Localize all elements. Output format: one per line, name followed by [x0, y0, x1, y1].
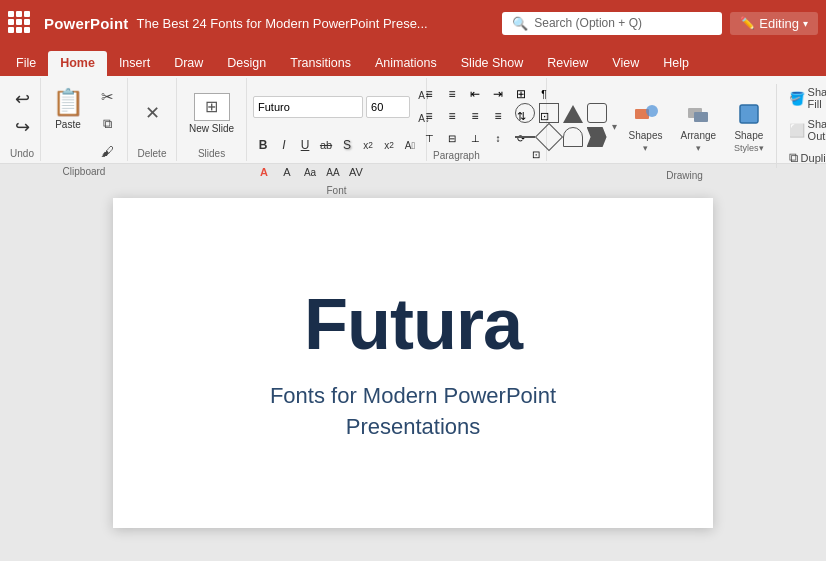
tab-transitions[interactable]: Transitions: [278, 51, 363, 76]
editing-label: Editing: [759, 16, 799, 31]
duplicate-icon: ⧉: [789, 150, 798, 166]
change-case-button[interactable]: AA: [322, 161, 344, 183]
shape-item[interactable]: [563, 105, 583, 123]
shapes-scroll-down[interactable]: ▾: [612, 121, 617, 132]
copy-button[interactable]: ⧉: [93, 111, 121, 137]
numbering-button[interactable]: ≡: [441, 84, 463, 104]
font-group: A↑ A↓ B I U ab S x2 x2 A⃝ A A Aa AA AV: [247, 78, 427, 161]
pencil-icon: ✏️: [740, 16, 755, 30]
arrange-icon: [684, 100, 712, 128]
font-size-input[interactable]: [366, 96, 410, 118]
shapes-button[interactable]: Shapes ▾: [623, 97, 669, 156]
decrease-indent-button[interactable]: ⇤: [464, 84, 486, 104]
bold-button[interactable]: B: [253, 134, 273, 156]
drawing-group: ▾ Shapes ▾ Arr: [547, 78, 822, 161]
font-group-label: Font: [327, 183, 347, 196]
ribbon: ↩ ↪ Undo 📋 Paste ✂ ⧉ 🖌 Clipboard ✕ Delet…: [0, 76, 826, 164]
align-justify-button[interactable]: ≡: [487, 106, 509, 126]
paste-label: Paste: [55, 119, 81, 130]
drawing-group-label: Drawing: [666, 168, 703, 181]
shape-fill-icon: 🪣: [789, 91, 805, 106]
shape-chevron[interactable]: [587, 127, 607, 147]
bullets-button[interactable]: ≡: [418, 84, 440, 104]
shape-styles-button[interactable]: Shape Styles▾: [728, 97, 770, 156]
arrange-dropdown[interactable]: ▾: [696, 143, 701, 153]
slide-canvas[interactable]: Futura Fonts for Modern PowerPointPresen…: [113, 198, 713, 528]
app-grid-icon[interactable]: [8, 11, 32, 35]
new-slide-label: New Slide: [189, 123, 234, 134]
line-spacing-button[interactable]: ↕: [487, 128, 509, 148]
shape-item[interactable]: [587, 103, 607, 123]
tab-help[interactable]: Help: [651, 51, 701, 76]
underline-button[interactable]: U: [295, 134, 315, 156]
superscript-button[interactable]: x2: [379, 134, 399, 156]
undo-group-label: Undo: [10, 146, 34, 159]
font-color-button[interactable]: A: [253, 161, 275, 183]
shape-styles-icon: [735, 100, 763, 128]
new-slide-button[interactable]: ⊞ New Slide: [183, 91, 240, 136]
delete-group-label: Delete: [138, 146, 167, 159]
tab-draw[interactable]: Draw: [162, 51, 215, 76]
shadow-button[interactable]: S: [337, 134, 357, 156]
slides-group: ⊞ New Slide Slides: [177, 78, 247, 161]
search-placeholder: Search (Option + Q): [534, 16, 642, 30]
slide-title: Futura: [304, 283, 522, 365]
arrange-label: Arrange: [681, 130, 717, 141]
char-spacing-button[interactable]: AV: [345, 161, 367, 183]
shapes-icon: [632, 100, 660, 128]
align-center-button[interactable]: ≡: [441, 106, 463, 126]
shape-item[interactable]: [515, 103, 535, 123]
shape-outline-button[interactable]: ⬜ Shape Outline ▾: [785, 116, 826, 144]
tab-home[interactable]: Home: [48, 51, 107, 76]
text-align-bottom-button[interactable]: ⊥: [464, 128, 486, 148]
tab-view[interactable]: View: [600, 51, 651, 76]
tab-review[interactable]: Review: [535, 51, 600, 76]
arrange-button[interactable]: Arrange ▾: [675, 97, 723, 156]
shape-item[interactable]: [539, 103, 559, 123]
slide-area: Futura Fonts for Modern PowerPointPresen…: [0, 164, 826, 561]
redo-button[interactable]: ↪: [10, 114, 34, 140]
tab-design[interactable]: Design: [215, 51, 278, 76]
highlight-button[interactable]: A: [276, 161, 298, 183]
align-right-button[interactable]: ≡: [464, 106, 486, 126]
tab-file[interactable]: File: [4, 51, 48, 76]
search-icon: 🔍: [512, 16, 528, 31]
shapes-dropdown[interactable]: ▾: [643, 143, 648, 153]
svg-rect-4: [740, 105, 758, 123]
tab-animations[interactable]: Animations: [363, 51, 449, 76]
shape-fill-label: Shape Fill: [808, 86, 826, 110]
tab-slideshow[interactable]: Slide Show: [449, 51, 536, 76]
subscript-button[interactable]: x2: [358, 134, 378, 156]
align-left-button[interactable]: ≡: [418, 106, 440, 126]
increase-indent-button[interactable]: ⇥: [487, 84, 509, 104]
shape-item[interactable]: [515, 136, 535, 138]
cut-button[interactable]: ✂: [93, 84, 121, 110]
duplicate-button[interactable]: ⧉ Duplicate: [785, 148, 826, 168]
shape-fill-button[interactable]: 🪣 Shape Fill ▾: [785, 84, 826, 112]
tab-insert[interactable]: Insert: [107, 51, 162, 76]
app-name: PowerPoint: [44, 15, 129, 32]
editing-button[interactable]: ✏️ Editing ▾: [730, 12, 818, 35]
svg-rect-3: [694, 112, 708, 122]
italic-button[interactable]: I: [274, 134, 294, 156]
undo-button[interactable]: ↩: [10, 86, 34, 112]
text-align-mid-button[interactable]: ⊟: [441, 128, 463, 148]
format-painter-button[interactable]: 🖌: [93, 138, 121, 164]
new-slide-icon: ⊞: [194, 93, 230, 121]
shape-item[interactable]: [534, 123, 562, 151]
delete-button[interactable]: ✕: [134, 99, 170, 127]
search-box[interactable]: 🔍 Search (Option + Q): [502, 12, 722, 35]
title-bar: PowerPoint The Best 24 Fonts for Modern …: [0, 0, 826, 46]
text-align-top-button[interactable]: ⊤: [418, 128, 440, 148]
clear-format-button[interactable]: A⃝: [400, 134, 420, 156]
font-size-label-button[interactable]: Aa: [299, 161, 321, 183]
undo-group: ↩ ↪ Undo: [4, 78, 41, 161]
strikethrough-button[interactable]: ab: [316, 134, 336, 156]
delete-icon: ✕: [145, 102, 160, 124]
clipboard-group: 📋 Paste ✂ ⧉ 🖌 Clipboard: [41, 78, 128, 161]
shape-outline-icon: ⬜: [789, 123, 805, 138]
font-name-input[interactable]: [253, 96, 363, 118]
paste-button[interactable]: 📋 Paste: [47, 84, 89, 133]
shape-item[interactable]: [563, 127, 583, 147]
clipboard-group-label: Clipboard: [63, 164, 106, 177]
